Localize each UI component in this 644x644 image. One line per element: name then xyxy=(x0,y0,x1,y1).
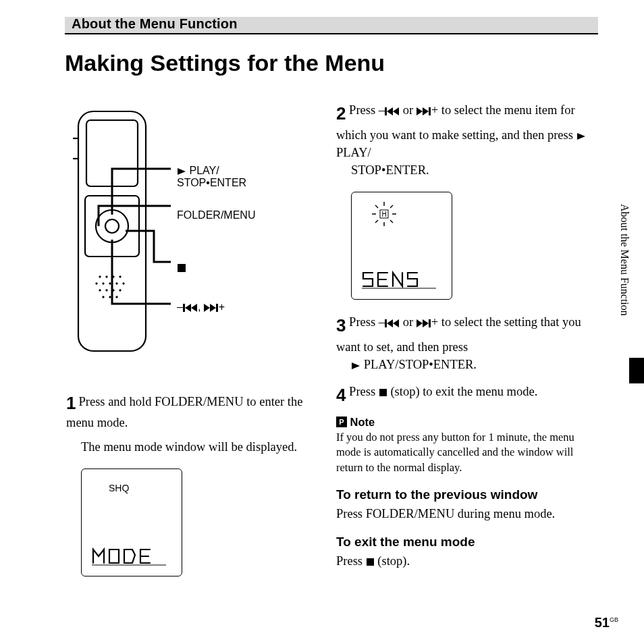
callout-prev-next: –, + xyxy=(177,301,225,313)
next-track-icon xyxy=(204,304,219,312)
step-3: 3 Press – or + to select the setting tha… xyxy=(336,313,598,373)
svg-marker-50 xyxy=(387,319,393,327)
svg-point-12 xyxy=(103,283,104,284)
section-header: About the Menu Function xyxy=(72,16,238,32)
svg-point-21 xyxy=(109,296,111,298)
callout-stop xyxy=(177,262,186,274)
page-title: Making Settings for the Menu xyxy=(65,50,385,76)
svg-point-15 xyxy=(123,283,124,284)
svg-rect-30 xyxy=(216,304,218,312)
svg-rect-37 xyxy=(429,107,431,115)
return-prev-head: To return to the previous window xyxy=(336,487,598,502)
svg-point-7 xyxy=(99,276,101,277)
callout-play-line1: PLAY/ xyxy=(189,165,219,176)
svg-rect-49 xyxy=(385,319,387,327)
svg-marker-26 xyxy=(185,304,191,312)
note-header: P Note xyxy=(336,416,598,429)
svg-marker-34 xyxy=(393,107,399,115)
svg-marker-53 xyxy=(423,319,429,327)
lcd-shq-label: SHQ xyxy=(109,483,129,493)
svg-point-10 xyxy=(119,276,121,277)
exit-mode-body: Press (stop). xyxy=(336,552,598,570)
play-icon xyxy=(177,167,186,176)
lcd-sens-window: H xyxy=(351,192,452,300)
step-1-text1: Press and hold FOLDER/MENU to enter the … xyxy=(66,395,302,429)
step-3-line2: PLAY/STOP•ENTER. xyxy=(336,356,598,373)
svg-rect-59 xyxy=(367,558,374,566)
step-3-text-a: Press – xyxy=(349,315,385,329)
svg-marker-51 xyxy=(393,319,399,327)
lcd-h-text: H xyxy=(381,211,386,218)
step-3-text-d: PLAY/STOP•ENTER. xyxy=(360,358,477,371)
svg-text:P: P xyxy=(339,418,344,426)
page-region: GB xyxy=(610,616,618,623)
svg-rect-56 xyxy=(379,389,387,396)
svg-point-8 xyxy=(106,276,107,277)
stop-icon xyxy=(366,558,375,566)
svg-point-11 xyxy=(96,283,97,284)
svg-line-43 xyxy=(375,205,378,208)
svg-marker-55 xyxy=(352,363,360,369)
step-2-text-b: or xyxy=(400,103,417,117)
lcd-mode-segment xyxy=(92,546,166,570)
svg-point-17 xyxy=(106,290,107,291)
svg-marker-52 xyxy=(417,319,423,327)
step-2-text-a: Press – xyxy=(349,103,385,117)
step-4-text-a: Press xyxy=(349,385,379,398)
next-track-icon xyxy=(417,319,431,327)
note-icon: P xyxy=(336,417,347,427)
step-1: 1 Press and hold FOLDER/MENU to enter th… xyxy=(66,393,316,576)
device-illustration: PLAY/ STOP•ENTER FOLDER/MENU –, + xyxy=(66,101,316,371)
step-2-text-d: PLAY/ xyxy=(336,146,371,159)
svg-marker-29 xyxy=(210,304,216,312)
step-2-text-e: STOP•ENTER. xyxy=(336,161,598,179)
play-icon xyxy=(576,132,586,140)
callout-folder-menu: FOLDER/MENU xyxy=(177,209,255,221)
svg-point-16 xyxy=(99,290,101,291)
callout-nav-comma: , xyxy=(198,301,200,313)
note-label: Note xyxy=(350,416,375,428)
svg-point-22 xyxy=(116,296,117,298)
svg-point-13 xyxy=(109,283,111,284)
svg-rect-32 xyxy=(385,107,387,115)
svg-line-44 xyxy=(390,220,393,223)
next-track-icon xyxy=(417,107,431,115)
exit-mode-body-b: (stop). xyxy=(375,554,410,568)
svg-rect-54 xyxy=(429,319,431,327)
svg-marker-27 xyxy=(191,304,197,312)
exit-mode-head: To exit the menu mode xyxy=(336,535,598,549)
svg-marker-28 xyxy=(204,304,210,312)
left-column: PLAY/ STOP•ENTER FOLDER/MENU –, + 1 Pres… xyxy=(66,101,316,583)
step-4-number: 4 xyxy=(336,383,346,408)
svg-rect-24 xyxy=(178,264,186,272)
callout-play-stop: PLAY/ STOP•ENTER xyxy=(177,165,246,188)
device-svg xyxy=(66,101,242,365)
side-tab-marker xyxy=(629,358,644,383)
right-column: 2 Press – or + to select the menu item f… xyxy=(336,101,598,570)
lcd-h-indicator: H xyxy=(371,200,398,227)
svg-marker-23 xyxy=(178,168,186,175)
lcd-mode-window: SHQ xyxy=(81,468,182,576)
step-1-number: 1 xyxy=(66,393,76,414)
step-4: 4 Press (stop) to exit the menu mode. xyxy=(336,383,598,408)
svg-marker-35 xyxy=(417,107,423,115)
callout-play-line2: STOP•ENTER xyxy=(177,177,246,188)
svg-marker-33 xyxy=(387,107,393,115)
step-1-text2: The menu mode window will be displayed. xyxy=(66,438,316,456)
svg-point-5 xyxy=(96,210,128,242)
step-4-text-b: (stop) to exit the menu mode. xyxy=(387,385,537,398)
step-3-text-b: or xyxy=(400,315,417,329)
exit-mode-body-a: Press xyxy=(336,554,366,568)
page-number-value: 51 xyxy=(595,615,610,630)
svg-marker-36 xyxy=(423,107,429,115)
step-3-number: 3 xyxy=(336,313,346,338)
play-icon xyxy=(351,362,360,370)
svg-point-14 xyxy=(116,283,117,284)
svg-line-45 xyxy=(390,205,393,208)
prev-track-icon xyxy=(385,107,400,115)
stop-icon xyxy=(379,388,387,397)
svg-marker-38 xyxy=(577,133,585,140)
svg-rect-25 xyxy=(183,304,185,312)
step-2: 2 Press – or + to select the menu item f… xyxy=(336,101,598,300)
page-number: 51GB xyxy=(595,615,618,630)
